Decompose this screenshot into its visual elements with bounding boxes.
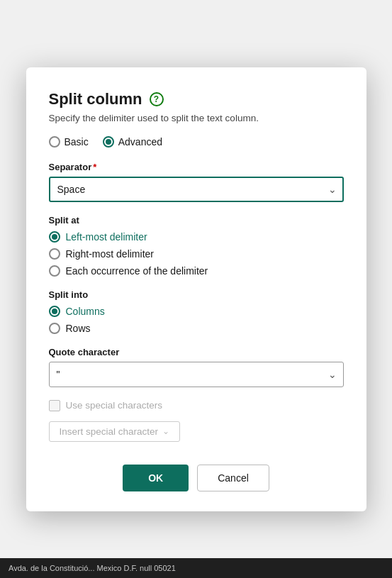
mode-advanced-radio[interactable] [103,136,114,148]
split-at-section: Split at Left-most delimiter Right-most … [49,215,344,277]
bottom-bar-text: Avda. de la Constitució... Mexico D.F. n… [9,564,176,572]
split-at-rightmost-label[interactable]: Right-most delimiter [49,248,344,260]
dialog-header: Split column ? [49,90,344,109]
split-into-rows-radio[interactable] [49,323,60,334]
mode-advanced-text: Advanced [118,136,162,148]
split-at-rightmost-radio[interactable] [49,248,60,260]
split-at-each-radio[interactable] [49,265,60,277]
quote-character-select-wrapper: " ' None ⌄ [49,362,344,387]
split-at-rightmost-text: Right-most delimiter [66,248,154,260]
separator-select[interactable]: Space Comma Tab Semicolon Colon Custom [49,177,344,202]
mode-basic-radio[interactable] [49,136,60,148]
dialog-title: Split column [49,90,142,109]
mode-basic-text: Basic [65,136,89,148]
use-special-chars-checkbox[interactable] [49,400,60,411]
split-into-label: Split into [49,289,344,300]
use-special-chars-row: Use special characters [49,400,344,411]
split-at-leftmost-label[interactable]: Left-most delimiter [49,231,344,243]
split-into-columns-text: Columns [66,306,105,317]
split-into-rows-label[interactable]: Rows [49,323,344,334]
split-at-each-label[interactable]: Each occurrence of the delimiter [49,265,344,277]
insert-special-char-chevron-icon: ⌄ [162,426,169,436]
split-at-leftmost-text: Left-most delimiter [66,231,147,243]
dialog-footer: OK Cancel [49,465,344,491]
bottom-bar: Avda. de la Constitució... Mexico D.F. n… [0,558,392,578]
split-at-each-text: Each occurrence of the delimiter [66,265,208,277]
separator-label: Separator* [49,162,344,172]
split-into-rows-text: Rows [66,323,91,334]
split-into-section: Split into Columns Rows [49,289,344,334]
cancel-button[interactable]: Cancel [197,465,269,491]
split-into-radio-stack: Columns Rows [49,306,344,334]
split-column-dialog: Split column ? Specify the delimiter use… [26,67,366,511]
insert-special-char-button[interactable]: Insert special character ⌄ [49,421,181,442]
quote-character-select[interactable]: " ' None [49,362,344,387]
split-at-leftmost-radio[interactable] [49,231,60,243]
split-into-columns-label[interactable]: Columns [49,306,344,317]
mode-advanced-label[interactable]: Advanced [103,136,162,148]
split-into-columns-radio[interactable] [49,306,60,317]
required-star: * [93,162,96,172]
separator-field: Separator* Space Comma Tab Semicolon Col… [49,162,344,202]
help-icon[interactable]: ? [150,92,164,106]
quote-character-label: Quote character [49,347,344,357]
dialog-subtitle: Specify the delimiter used to split the … [49,113,344,123]
split-at-radio-stack: Left-most delimiter Right-most delimiter… [49,231,344,277]
mode-radio-group: Basic Advanced [49,136,344,148]
split-at-label: Split at [49,215,344,226]
quote-character-field: Quote character " ' None ⌄ [49,347,344,387]
use-special-chars-label: Use special characters [66,400,163,411]
ok-button[interactable]: OK [123,465,189,491]
separator-select-wrapper: Space Comma Tab Semicolon Colon Custom ⌄ [49,177,344,202]
insert-special-char-label: Insert special character [60,426,159,437]
mode-basic-label[interactable]: Basic [49,136,89,148]
